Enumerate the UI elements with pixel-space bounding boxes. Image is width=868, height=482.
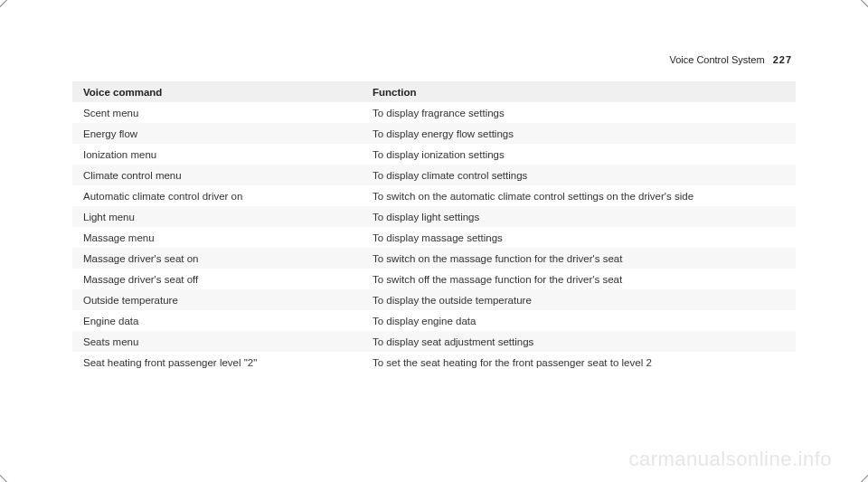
column-header-function: Function — [362, 81, 796, 102]
function-cell: To switch off the massage function for t… — [362, 269, 796, 289]
voice-command-cell: Massage driver's seat off — [72, 269, 362, 289]
section-title: Voice Control System — [669, 54, 764, 65]
crop-mark-bottom-right — [852, 466, 868, 482]
table-row: Seat heating front passenger level "2" T… — [72, 352, 796, 373]
voice-command-cell: Engine data — [72, 310, 362, 331]
voice-command-cell: Automatic climate control driver on — [72, 185, 362, 206]
function-cell: To display climate control settings — [362, 165, 796, 185]
function-cell: To switch on the massage function for th… — [362, 248, 796, 269]
voice-command-cell: Seat heating front passenger level "2" — [72, 352, 362, 373]
table-header-row: Voice command Function — [72, 81, 796, 102]
voice-command-cell: Massage menu — [72, 227, 362, 248]
voice-command-table: Voice command Function Scent menu To dis… — [72, 81, 796, 373]
watermark-text: carmanualsonline.info — [628, 448, 832, 471]
table-row: Climate control menu To display climate … — [72, 165, 796, 185]
voice-command-cell: Outside temperature — [72, 289, 362, 310]
voice-command-cell: Climate control menu — [72, 165, 362, 185]
crop-mark-bottom-left — [0, 466, 16, 482]
function-cell: To display seat adjustment settings — [362, 331, 796, 352]
table-row: Light menu To display light settings — [72, 206, 796, 227]
function-cell: To display the outside temperature — [362, 289, 796, 310]
table-row: Automatic climate control driver on To s… — [72, 185, 796, 206]
function-cell: To display massage settings — [362, 227, 796, 248]
column-header-command: Voice command — [72, 81, 362, 102]
table-row: Scent menu To display fragrance settings — [72, 102, 796, 123]
page-number: 227 — [773, 54, 792, 65]
function-cell: To display light settings — [362, 206, 796, 227]
voice-command-cell: Scent menu — [72, 102, 362, 123]
table-row: Outside temperature To display the outsi… — [72, 289, 796, 310]
function-cell: To switch on the automatic climate contr… — [362, 185, 796, 206]
table-row: Massage driver's seat off To switch off … — [72, 269, 796, 289]
page-header: Voice Control System 227 — [72, 54, 796, 65]
table-row: Seats menu To display seat adjustment se… — [72, 331, 796, 352]
function-cell: To display engine data — [362, 310, 796, 331]
voice-command-cell: Massage driver's seat on — [72, 248, 362, 269]
table-row: Ionization menu To display ionization se… — [72, 144, 796, 165]
voice-command-cell: Energy flow — [72, 123, 362, 144]
table-row: Massage driver's seat on To switch on th… — [72, 248, 796, 269]
page-content: Voice Control System 227 Voice command F… — [0, 0, 868, 409]
table-row: Massage menu To display massage settings — [72, 227, 796, 248]
function-cell: To display fragrance settings — [362, 102, 796, 123]
function-cell: To set the seat heating for the front pa… — [362, 352, 796, 373]
voice-command-cell: Seats menu — [72, 331, 362, 352]
function-cell: To display energy flow settings — [362, 123, 796, 144]
table-row: Engine data To display engine data — [72, 310, 796, 331]
function-cell: To display ionization settings — [362, 144, 796, 165]
voice-command-cell: Ionization menu — [72, 144, 362, 165]
table-row: Energy flow To display energy flow setti… — [72, 123, 796, 144]
voice-command-cell: Light menu — [72, 206, 362, 227]
